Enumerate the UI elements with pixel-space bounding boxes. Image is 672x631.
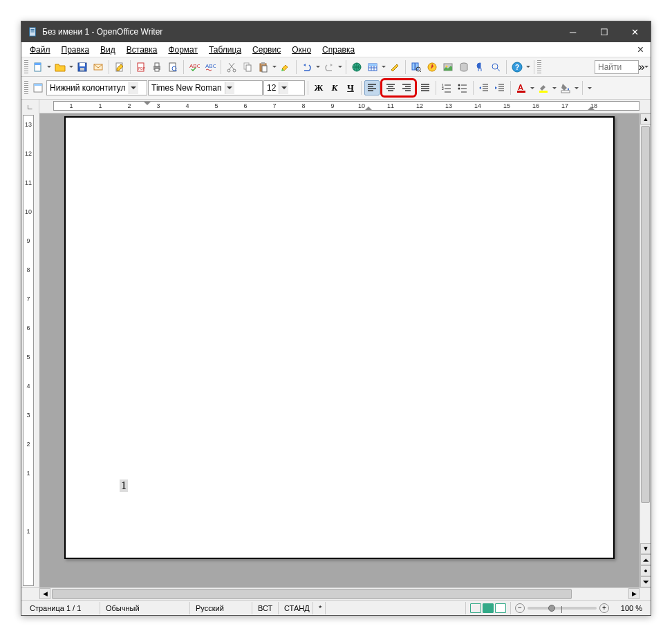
background-color-button[interactable] [558,80,573,95]
undo-dropdown[interactable] [315,60,321,75]
status-lang[interactable]: Русский [190,602,252,614]
align-center-button[interactable] [383,80,398,95]
increase-indent-button[interactable] [492,80,507,95]
gallery-button[interactable] [440,60,456,75]
maximize-button[interactable]: ☐ [588,21,619,42]
toolbar-grip-2[interactable] [24,81,28,95]
horizontal-scrollbar[interactable]: ◀ ▶ [39,588,640,600]
menu-file[interactable]: Файл [24,44,56,56]
close-document-button[interactable]: × [633,44,648,56]
font-color-button[interactable]: A [514,80,529,95]
format-paintbrush-button[interactable] [278,60,293,75]
multi-page-icon[interactable] [483,603,494,613]
cut-button[interactable] [224,60,239,75]
scroll-thumb[interactable] [641,126,650,503]
document-page[interactable]: 1 [64,116,615,559]
next-page-button[interactable]: ⏷ [640,576,651,587]
book-view-icon[interactable] [495,603,506,613]
new-dropdown[interactable] [46,60,52,75]
scroll-left-button[interactable]: ◀ [39,588,50,599]
prev-page-button[interactable]: ⏶ [640,554,651,565]
page-area[interactable]: 1 [39,113,640,587]
zoom-percent[interactable]: 100 % [613,602,648,614]
decrease-indent-button[interactable] [476,80,492,95]
font-color-dropdown[interactable] [530,80,535,95]
find-toolbar-options[interactable]: » [640,60,648,75]
toolbar-options[interactable] [525,60,531,75]
navigator-button[interactable] [424,60,440,75]
new-button[interactable] [30,60,46,75]
nonprinting-button[interactable] [472,60,487,75]
datasources-button[interactable] [456,60,472,75]
redo-button[interactable] [321,60,337,75]
align-right-button[interactable] [399,80,414,95]
scroll-up-button[interactable]: ▲ [640,113,651,125]
bold-button[interactable]: Ж [311,80,326,95]
find-grip[interactable] [537,60,541,74]
styles-window-button[interactable] [30,80,46,95]
menu-view[interactable]: Вид [95,44,121,56]
font-size-combo[interactable]: 12 [263,80,305,95]
redo-dropdown[interactable] [337,60,343,75]
paste-dropdown[interactable] [272,60,277,75]
bullet-list-button[interactable] [455,80,470,95]
menu-edit[interactable]: Правка [56,44,95,56]
minimize-button[interactable]: ─ [557,21,588,42]
vertical-scrollbar[interactable]: ▲ ▼ ⏶ ● ⏷ [640,113,651,587]
hscroll-track[interactable] [50,588,628,600]
menu-window[interactable]: Окно [286,44,317,56]
toolbar-grip[interactable] [24,60,28,74]
hscroll-thumb[interactable] [52,589,572,599]
nav-button[interactable]: ● [640,565,651,576]
copy-button[interactable] [240,60,255,75]
print-button[interactable] [149,60,165,75]
find-input[interactable] [595,60,639,74]
zoom-knob[interactable] [548,605,555,612]
align-justify-button[interactable] [418,80,433,95]
autospell-button[interactable]: ABC [203,60,218,75]
menu-insert[interactable]: Вставка [121,44,163,56]
paragraph-style-combo[interactable]: Нижний колонтитул [46,80,147,95]
save-button[interactable] [75,60,90,75]
vertical-ruler[interactable]: 131211109876543211 [23,115,34,586]
find-button[interactable] [409,60,424,75]
horizontal-ruler[interactable]: 1123456789101112131415161718 [53,101,640,111]
drawing-button[interactable] [387,60,402,75]
numbered-list-button[interactable]: 12 [439,80,454,95]
undo-button[interactable] [299,60,315,75]
menu-table[interactable]: Таблица [203,44,247,56]
formatting-toolbar-options[interactable] [586,80,594,95]
page-number-field[interactable]: 1 [120,479,128,492]
export-pdf-button[interactable]: PDF [133,60,149,75]
background-color-dropdown[interactable] [574,80,579,95]
scroll-down-button[interactable]: ▼ [640,543,651,554]
italic-button[interactable]: К [327,80,342,95]
zoom-track[interactable]: | [528,607,597,610]
font-name-combo[interactable]: Times New Roman [148,80,263,95]
hyperlink-button[interactable] [349,60,364,75]
zoom-out-button[interactable]: − [515,603,525,613]
scroll-track[interactable] [640,125,651,543]
align-left-button[interactable] [364,80,380,95]
open-dropdown[interactable] [68,60,74,75]
zoom-in-button[interactable]: + [599,603,609,613]
menu-tools[interactable]: Сервис [247,44,286,56]
single-page-icon[interactable] [470,603,481,613]
help-button[interactable]: ? [510,60,525,75]
menu-format[interactable]: Формат [162,44,203,56]
paste-button[interactable] [256,60,271,75]
close-button[interactable]: ✕ [619,21,651,42]
edit-doc-button[interactable] [112,60,127,75]
underline-button[interactable]: Ч [343,80,358,95]
email-button[interactable] [91,60,106,75]
highlight-color-dropdown[interactable] [552,80,557,95]
preview-button[interactable] [165,60,180,75]
table-button[interactable] [365,60,380,75]
scroll-right-button[interactable]: ▶ [628,588,640,599]
status-page[interactable]: Страница 1 / 1 [24,602,100,614]
status-selection[interactable]: СТАНД [279,602,313,614]
status-insert[interactable]: ВСТ [252,602,279,614]
menu-help[interactable]: Справка [317,44,360,56]
status-style[interactable]: Обычный [100,602,190,614]
spellcheck-button[interactable]: ABC [187,60,202,75]
